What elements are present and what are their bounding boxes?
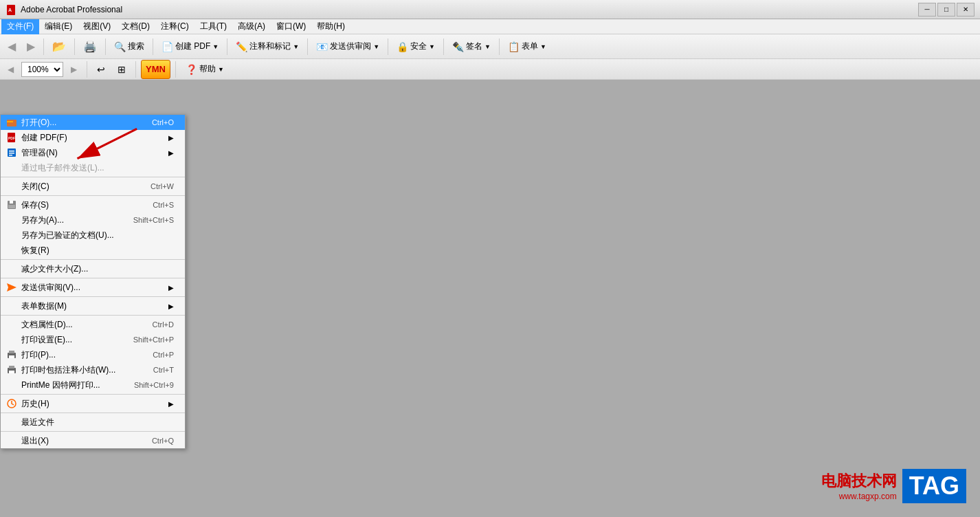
toolbar-sep4 [153, 38, 153, 55]
menu-help[interactable]: 帮助(H) [311, 19, 350, 34]
forms-icon: 📋 [508, 41, 520, 52]
menu-window[interactable]: 窗口(W) [271, 19, 311, 34]
app-icon: A [5, 4, 16, 15]
menu-open[interactable]: 打开(O)... Ctrl+O [1, 115, 185, 130]
toolbar-back[interactable]: ◀ [3, 37, 21, 56]
svg-rect-19 [9, 371, 14, 373]
close-button[interactable]: ✕ [957, 3, 975, 16]
toolbar-sep3 [105, 38, 106, 55]
zoom-sep3 [175, 61, 176, 78]
save-as-label: 另存为(A)... [21, 214, 64, 226]
security-label: 安全 [410, 41, 427, 52]
forms-label: 表单 [522, 41, 538, 52]
minimize-button[interactable]: ─ [918, 3, 936, 16]
menu-recent-files[interactable]: 最近文件 [1, 415, 185, 430]
tag-box: TAG [902, 469, 966, 503]
menu-save-as[interactable]: 另存为(A)... Shift+Ctrl+S [1, 212, 185, 228]
pencil-icon: ✏️ [236, 41, 247, 52]
menu-save[interactable]: 保存(S) Ctrl+S [1, 197, 185, 212]
print-icon: 🖨️ [83, 40, 97, 53]
save-shortcut: Ctrl+S [153, 201, 174, 209]
toolbar-comments-btn[interactable]: ✏️ 注释和标记 ▼ [231, 37, 304, 56]
menu-comments[interactable]: 注释(C) [155, 19, 194, 34]
toolbar-security-btn[interactable]: 🔒 安全 ▼ [392, 37, 440, 56]
toolbar-forward[interactable]: ▶ [22, 37, 40, 56]
toolbar-open-btn[interactable]: 📂 [47, 37, 71, 56]
window-controls: ─ □ ✕ [918, 3, 975, 16]
zoom-fit-page[interactable]: ↩ [92, 60, 110, 79]
menu-edit[interactable]: 编辑(E) [39, 19, 78, 34]
menu-view[interactable]: 视图(V) [78, 19, 116, 34]
ym-button[interactable]: YMN [141, 60, 170, 79]
print-icon [5, 349, 19, 360]
create-pdf-arrow: ▼ [212, 43, 219, 50]
menu-print-summary[interactable]: 打印时包括注释小结(W)... Ctrl+T [1, 362, 185, 377]
history-icon [5, 398, 19, 409]
manager-submenu-arrow: ▶ [168, 149, 174, 157]
binoculars-icon: 🔍 [114, 41, 126, 52]
ym-logo-text: YMN [146, 64, 166, 74]
comments-label: 注释和标记 [249, 41, 291, 52]
toolbar-sign-btn[interactable]: ✒️ 签名 ▼ [447, 37, 495, 56]
printme-label: PrintMe 因特网打印... [21, 380, 100, 391]
save-as-shortcut: Shift+Ctrl+S [133, 216, 174, 224]
toolbar-create-pdf-btn[interactable]: 📄 创建 PDF ▼ [157, 37, 223, 56]
menu-print[interactable]: 打印(P)... Ctrl+P [1, 347, 185, 362]
menu-tools[interactable]: 工具(T) [194, 19, 232, 34]
maximize-button[interactable]: □ [937, 3, 955, 16]
recent-files-label: 最近文件 [21, 417, 54, 428]
title-bar: A Adobe Acrobat Professional ─ □ ✕ [0, 0, 980, 19]
svg-text:PDF: PDF [8, 136, 15, 140]
sep8 [1, 412, 185, 413]
zoom-prev-page[interactable]: ◀ [3, 60, 19, 79]
print-summary-shortcut: Ctrl+T [153, 366, 174, 374]
menu-document[interactable]: 文档(D) [116, 19, 155, 34]
sep3 [1, 259, 185, 260]
zoom-next-page[interactable]: ▶ [66, 60, 82, 79]
menu-close-doc[interactable]: 关闭(C) Ctrl+W [1, 179, 185, 194]
svg-rect-12 [8, 205, 15, 208]
toolbar-help-btn[interactable]: ❓ 帮助 ▼ [181, 60, 229, 79]
help-arrow: ▼ [218, 66, 224, 73]
menu-print-setup[interactable]: 打印设置(E)... Shift+Ctrl+P [1, 332, 185, 347]
menu-exit[interactable]: 退出(X) Ctrl+Q [1, 433, 185, 448]
toolbar-search-btn[interactable]: 🔍 搜索 [109, 37, 149, 56]
sign-arrow: ▼ [485, 43, 491, 50]
svg-marker-13 [7, 283, 16, 292]
help-icon: ❓ [186, 64, 197, 75]
send-review-arrow: ▼ [373, 43, 379, 50]
toolbar-print-btn[interactable]: 🖨️ [78, 37, 102, 56]
menu-form-data[interactable]: 表单数据(M) ▶ [1, 298, 185, 314]
svg-rect-11 [10, 201, 13, 204]
forms-arrow: ▼ [540, 43, 546, 50]
history-label: 历史(H) [21, 398, 49, 410]
menu-file[interactable]: 文件(F) [1, 19, 39, 34]
menu-manager[interactable]: 管理器(N) ▶ [1, 145, 185, 160]
comments-arrow: ▼ [293, 43, 299, 50]
print-summary-label: 打印时包括注释小结(W)... [21, 364, 115, 376]
menu-send-review[interactable]: 发送供审阅(V)... ▶ [1, 280, 185, 295]
print-label: 打印(P)... [21, 349, 56, 361]
doc-properties-label: 文档属性(D)... [21, 319, 73, 331]
toolbar-send-review-btn[interactable]: 📧 发送供审阅 ▼ [311, 37, 384, 56]
sign-icon: ✒️ [452, 41, 464, 52]
toolbar-forms-btn[interactable]: 📋 表单 ▼ [503, 37, 551, 56]
save-icon [5, 199, 19, 210]
zoom-actual-size[interactable]: ⊞ [113, 60, 131, 79]
menu-create-pdf[interactable]: PDF 创建 PDF(F) ▶ [1, 130, 185, 145]
menu-revert[interactable]: 恢复(R) [1, 243, 185, 258]
toolbar-sep7 [388, 38, 388, 55]
svg-rect-16 [9, 355, 14, 358]
menu-save-certified[interactable]: 另存为已验证的文档(U)... [1, 228, 185, 243]
menu-printme[interactable]: PrintMe 因特网打印... Shift+Ctrl+9 [1, 377, 185, 393]
zoom-select[interactable]: 100% 75% 150% [21, 62, 63, 77]
sep2 [1, 195, 185, 196]
menu-doc-properties[interactable]: 文档属性(D)... Ctrl+D [1, 317, 185, 332]
menu-history[interactable]: 历史(H) ▶ [1, 396, 185, 411]
form-data-submenu-arrow: ▶ [168, 302, 174, 310]
menu-reduce-size[interactable]: 减少文件大小(Z)... [1, 261, 185, 276]
sep1 [1, 177, 185, 177]
sign-label: 签名 [466, 41, 482, 52]
menu-advanced[interactable]: 高级(A) [232, 19, 271, 34]
security-arrow: ▼ [429, 43, 435, 50]
